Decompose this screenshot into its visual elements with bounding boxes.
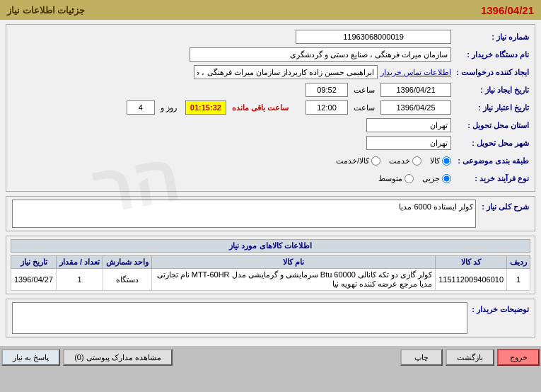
col-code: کد کالا [436, 256, 507, 269]
need-number-row: شماره نیاز : [12, 29, 529, 45]
category-radio-both[interactable] [371, 156, 380, 166]
category-option-both[interactable]: کالا/خدمت [336, 156, 380, 166]
process-row: نوع فرآیند خرید : جزیی متوسط [12, 171, 529, 186]
category-radio-khadamat[interactable] [412, 156, 421, 166]
expire-date-input[interactable] [380, 100, 451, 115]
process-option-mottavasset[interactable]: متوسط [378, 174, 414, 183]
header-bar: 1396/04/21 جزئیات اطلاعات نیاز [0, 0, 541, 20]
create-date-label: تاریخ ایجاد نیاز : [451, 86, 529, 95]
col-row: ردیف [507, 256, 530, 269]
category-row: طبقه بندی موضوعی : کالا خدمت کالا/خدمت [12, 153, 529, 168]
btn-group-left: خروج بازگشت چاپ [400, 349, 540, 366]
province-label: استان محل تحویل : [451, 121, 529, 130]
header-date: 1396/04/21 [481, 4, 534, 16]
category-option-khadamat[interactable]: خدمت [389, 156, 421, 166]
expire-time-label: ساعت [354, 103, 375, 113]
col-qty: تعداد / مقدار [57, 256, 103, 269]
col-unit: واحد شمارش [103, 256, 152, 269]
create-time-input[interactable] [306, 83, 348, 97]
expire-time-input[interactable] [306, 100, 348, 115]
table-section-title: اطلاعات کالاهای مورد نیاز [11, 239, 530, 253]
reply-button[interactable]: پاسخ به نیاز [1, 349, 60, 366]
buyer-org-row: نام دستگاه خریدار : [12, 47, 529, 62]
customer-desc-section: توضیحات خریدار : [6, 299, 535, 338]
btn-group-right: مشاهده مدارک پیوستی (0) پاسخ به نیاز [1, 349, 173, 366]
back-button[interactable]: بازگشت [446, 349, 494, 366]
cell-name: کولر گازی دو تکه کانالی Btu 60000 سرمایش… [152, 269, 436, 291]
create-date-input[interactable] [380, 83, 451, 97]
creator-link[interactable]: اطلاعات تماس خریدار [380, 68, 451, 77]
data-table: ردیف کد کالا نام کالا واحد شمارش تعداد /… [11, 255, 530, 291]
process-label: نوع فرآیند خرید : [451, 174, 529, 183]
customer-desc-box [12, 302, 467, 334]
buyer-org-label: نام دستگاه خریدار : [451, 50, 529, 59]
need-number-input[interactable] [296, 30, 451, 44]
cell-row: 1 [507, 269, 530, 291]
cell-qty: 1 [57, 269, 103, 291]
customer-desc-label: توضیحات خریدار : [467, 302, 529, 314]
print-button[interactable]: چاپ [400, 349, 443, 366]
province-input[interactable] [366, 118, 451, 132]
need-number-label: شماره نیاز : [451, 33, 529, 42]
col-name: نام کالا [152, 256, 436, 269]
exit-button[interactable]: خروج [497, 349, 540, 366]
create-date-row: تاریخ ایجاد نیاز : ساعت [12, 82, 529, 98]
create-date-time: ساعت [306, 83, 451, 97]
expire-date-row: تاریخ اعتبار نیاز : ساعت ساعت باقی مانده… [12, 100, 529, 115]
creator-input[interactable] [194, 65, 378, 79]
process-radio-mottavasset[interactable] [405, 174, 414, 183]
remaining-days-input[interactable] [127, 100, 155, 115]
category-radio-kala[interactable] [442, 156, 451, 166]
process-radio-jozi[interactable] [442, 174, 451, 183]
expire-date-label: تاریخ اعتبار نیاز : [451, 103, 529, 113]
category-label: طبقه بندی موضوعی : [451, 156, 529, 166]
description-box: کولر ایستاده 6000 مدیا [12, 200, 476, 228]
button-row: خروج بازگشت چاپ مشاهده مدارک پیوستی (0) … [0, 346, 541, 369]
remaining-label: ساعت باقی مانده [232, 103, 289, 113]
cell-code: 115112009406010 [436, 269, 507, 291]
table-section: اطلاعات کالاهای مورد نیاز ردیف کد کالا ن… [6, 236, 535, 294]
province-row: استان محل تحویل : [12, 117, 529, 133]
expire-date-time: ساعت ساعت باقی مانده 01:15:32 روز و [127, 100, 451, 115]
cell-unit: دستگاه [103, 269, 152, 291]
description-label: شرح کلی نیاز : [476, 200, 529, 212]
category-option-kala[interactable]: کالا [430, 156, 451, 166]
buyer-org-input[interactable] [190, 47, 451, 62]
city-label: شهر محل تحویل : [451, 139, 529, 148]
remaining-days-label: روز و [161, 103, 177, 113]
main-container: הר شماره نیاز : نام دستگاه خریدار : ایجا… [0, 20, 541, 346]
cell-date: 1396/04/27 [11, 269, 57, 291]
col-date: تاریخ نیاز [11, 256, 57, 269]
city-input[interactable] [366, 136, 451, 150]
process-option-jozi[interactable]: جزیی [422, 174, 451, 183]
create-time-label: ساعت [354, 86, 375, 95]
remaining-time-value: 01:15:32 [185, 100, 226, 115]
city-row: شهر محل تحویل : [12, 135, 529, 151]
table-row: 1115112009406010کولر گازی دو تکه کانالی … [11, 269, 530, 291]
info-section: شماره نیاز : نام دستگاه خریدار : ایجاد ک… [6, 24, 535, 192]
header-title: جزئیات اطلاعات نیاز [7, 5, 85, 16]
description-section: شرح کلی نیاز : کولر ایستاده 6000 مدیا [6, 196, 535, 231]
creator-label: ایجاد کننده درخواست : [451, 68, 529, 77]
process-radio-group: جزیی متوسط [378, 174, 451, 183]
creator-row: ایجاد کننده درخواست : اطلاعات تماس خریدا… [12, 64, 529, 80]
category-radio-group: کالا خدمت کالا/خدمت [336, 156, 451, 166]
view-docs-button[interactable]: مشاهده مدارک پیوستی (0) [63, 349, 173, 366]
